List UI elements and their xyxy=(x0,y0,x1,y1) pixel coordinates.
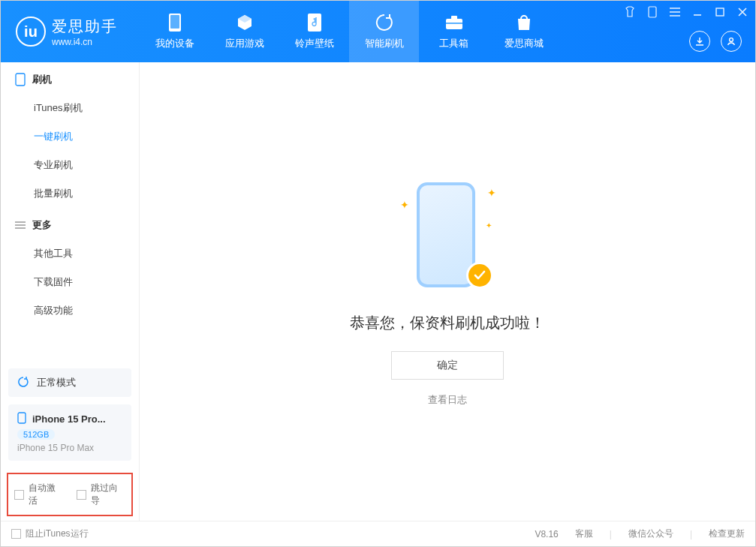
sidebar-item-advanced[interactable]: 高级功能 xyxy=(1,296,139,325)
group-more: 更多 xyxy=(1,208,139,239)
nav-my-device[interactable]: 我的设备 xyxy=(140,1,209,62)
header-actions xyxy=(689,31,742,52)
device-box[interactable]: iPhone 15 Pro... 512GB iPhone 15 Pro Max xyxy=(8,404,131,461)
refresh-small-icon xyxy=(17,376,31,389)
device-head: iPhone 15 Pro... xyxy=(17,412,122,426)
sidebar-item-batch-flash[interactable]: 批量刷机 xyxy=(1,179,139,208)
nav-smart-flash[interactable]: 智能刷机 xyxy=(349,1,419,62)
sidebar-scroll: 刷机 iTunes刷机 一键刷机 专业刷机 批量刷机 更多 其他工具 下载固件 … xyxy=(1,62,139,365)
checkbox-icon xyxy=(77,490,86,500)
flash-group-icon xyxy=(14,74,26,86)
skip-wizard-checkbox[interactable]: 跳过向导 xyxy=(77,482,125,507)
mode-label: 正常模式 xyxy=(37,376,76,389)
success-illustration: ✦ ✦ ✦ xyxy=(399,176,496,296)
checkbox-icon xyxy=(14,490,24,500)
device-icon xyxy=(165,13,185,32)
logo-text: 爱思助手 www.i4.cn xyxy=(52,17,118,47)
storage-badge: 512GB xyxy=(17,429,55,440)
highlighted-options: 自动激活 跳过向导 xyxy=(7,473,133,516)
nav-ringtones[interactable]: 铃声壁纸 xyxy=(279,1,349,62)
account-button[interactable] xyxy=(721,31,742,52)
header: iu 爱思助手 www.i4.cn 我的设备 应用游戏 铃声壁纸 智能刷机 xyxy=(1,1,755,62)
device-name: iPhone 15 Pro... xyxy=(32,413,106,425)
sidebar: 刷机 iTunes刷机 一键刷机 专业刷机 批量刷机 更多 其他工具 下载固件 … xyxy=(1,62,140,521)
svg-rect-4 xyxy=(451,16,457,20)
phone-tiny-icon xyxy=(17,412,26,426)
main-panel: ✦ ✦ ✦ 恭喜您，保资料刷机成功啦！ 确定 查看日志 xyxy=(140,62,755,521)
checkbox-label: 跳过向导 xyxy=(91,482,125,507)
sparkle-icon: ✦ xyxy=(400,199,409,211)
group-title: 刷机 xyxy=(32,73,52,86)
auto-activate-checkbox[interactable]: 自动激活 xyxy=(14,482,63,507)
more-group-icon xyxy=(14,219,26,231)
checkbox-label: 阻止iTunes运行 xyxy=(26,527,89,540)
nav-label: 智能刷机 xyxy=(365,37,404,50)
nav-store[interactable]: 爱思商城 xyxy=(489,1,559,62)
app-window: iu 爱思助手 www.i4.cn 我的设备 应用游戏 铃声壁纸 智能刷机 xyxy=(0,0,756,547)
sparkle-icon: ✦ xyxy=(486,221,492,230)
sidebar-item-pro-flash[interactable]: 专业刷机 xyxy=(1,151,139,179)
cube-icon xyxy=(235,13,255,32)
music-icon xyxy=(305,13,324,32)
sparkle-icon: ✦ xyxy=(487,187,496,199)
checkbox-icon xyxy=(11,529,21,539)
nav-apps[interactable]: 应用游戏 xyxy=(209,1,279,62)
window-controls xyxy=(623,5,749,19)
nav-label: 我的设备 xyxy=(155,37,194,50)
nav-label: 爱思商城 xyxy=(505,37,544,50)
group-title: 更多 xyxy=(32,218,52,232)
sidebar-item-itunes-flash[interactable]: iTunes刷机 xyxy=(1,94,139,122)
svg-point-8 xyxy=(730,38,733,42)
svg-rect-5 xyxy=(446,23,462,24)
checkbox-label: 自动激活 xyxy=(29,482,63,507)
refresh-icon xyxy=(375,13,394,32)
wechat-link[interactable]: 微信公众号 xyxy=(628,527,673,540)
footer: 阻止iTunes运行 V8.16 客服 | 微信公众号 | 检查更新 xyxy=(1,521,755,546)
sidebar-item-download-firmware[interactable]: 下载固件 xyxy=(1,268,139,296)
nav-label: 铃声壁纸 xyxy=(295,37,334,50)
logo-icon: iu xyxy=(16,17,46,47)
check-update-link[interactable]: 检查更新 xyxy=(709,527,745,540)
success-check-icon xyxy=(466,262,493,289)
nav-toolbox[interactable]: 工具箱 xyxy=(419,1,489,62)
svg-rect-6 xyxy=(649,7,656,17)
bag-icon xyxy=(514,13,534,32)
app-subtitle: www.i4.cn xyxy=(52,37,118,47)
minimize-icon[interactable] xyxy=(691,5,704,19)
nav-label: 应用游戏 xyxy=(225,37,264,50)
svg-rect-10 xyxy=(18,413,26,423)
svg-rect-7 xyxy=(716,8,724,16)
ok-button[interactable]: 确定 xyxy=(391,351,504,380)
phone-small-icon[interactable] xyxy=(646,5,659,19)
device-full-name: iPhone 15 Pro Max xyxy=(17,443,122,453)
sidebar-item-onekey-flash[interactable]: 一键刷机 xyxy=(1,122,139,151)
toolbox-icon xyxy=(444,13,464,32)
app-title: 爱思助手 xyxy=(52,17,118,37)
menu-icon[interactable] xyxy=(668,5,682,19)
close-icon[interactable] xyxy=(736,5,749,19)
mode-box[interactable]: 正常模式 xyxy=(8,368,131,397)
body: 刷机 iTunes刷机 一键刷机 专业刷机 批量刷机 更多 其他工具 下载固件 … xyxy=(1,62,755,521)
logo-area: iu 爱思助手 www.i4.cn xyxy=(1,17,140,47)
group-flash: 刷机 xyxy=(1,62,139,94)
sidebar-item-other-tools[interactable]: 其他工具 xyxy=(1,239,139,268)
view-log-link[interactable]: 查看日志 xyxy=(428,393,467,407)
success-message: 恭喜您，保资料刷机成功啦！ xyxy=(350,313,545,333)
nav-label: 工具箱 xyxy=(439,37,468,50)
maximize-icon[interactable] xyxy=(713,5,727,19)
download-button[interactable] xyxy=(689,31,710,52)
block-itunes-checkbox[interactable]: 阻止iTunes运行 xyxy=(11,527,89,540)
top-nav: 我的设备 应用游戏 铃声壁纸 智能刷机 工具箱 爱思商城 xyxy=(140,1,559,62)
version-label: V8.16 xyxy=(535,529,558,539)
support-link[interactable]: 客服 xyxy=(575,527,593,540)
svg-rect-1 xyxy=(170,15,179,29)
svg-rect-9 xyxy=(16,74,25,86)
skin-icon[interactable] xyxy=(623,5,637,19)
